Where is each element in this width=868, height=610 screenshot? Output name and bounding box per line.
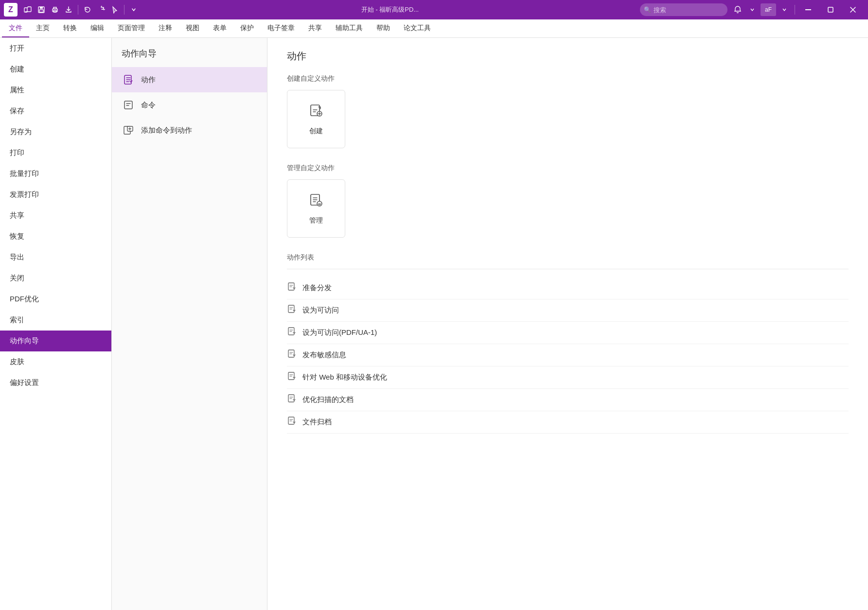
- create-card-label: 创建: [309, 127, 323, 136]
- redo-button[interactable]: [95, 3, 107, 16]
- menu-item-edit[interactable]: 编辑: [84, 19, 111, 37]
- menu-item-thesis[interactable]: 论文工具: [397, 19, 438, 37]
- sidebar-item-skin[interactable]: 皮肤: [0, 351, 111, 372]
- section-divider: [287, 269, 849, 269]
- search-wrap: 🔍: [640, 3, 727, 16]
- sidebar-item-export[interactable]: 导出: [0, 247, 111, 268]
- sidebar-item-create[interactable]: 创建: [0, 59, 111, 80]
- dropdown-arrow-button[interactable]: [127, 3, 140, 16]
- menu-item-annotate[interactable]: 注释: [152, 19, 179, 37]
- wizard-item-actions[interactable]: 动作: [112, 67, 267, 92]
- menu-item-form[interactable]: 表单: [206, 19, 233, 37]
- menu-item-help[interactable]: 帮助: [370, 19, 397, 37]
- titlebar: Z 开始 - 福昕高级PD... 🔍: [0, 0, 868, 19]
- sidebar-item-share[interactable]: 共享: [0, 205, 111, 226]
- manage-action-cards: 管理: [287, 179, 849, 238]
- sidebar-item-save-as[interactable]: 另存为: [0, 122, 111, 142]
- toolbar-tools: [21, 3, 140, 16]
- sidebar-item-save[interactable]: 保存: [0, 101, 111, 122]
- action-list-item-0[interactable]: 准备分发: [287, 277, 849, 299]
- action-list: 准备分发 设为可访问 设为可访问(PDF/UA-1): [287, 277, 849, 434]
- action-list-item-5[interactable]: 优化扫描的文档: [287, 389, 849, 411]
- action-list-icon-5: [287, 394, 297, 406]
- right-panel: 动作 创建自定义动作 创建: [267, 38, 868, 610]
- create-action-cards: 创建: [287, 90, 849, 148]
- print-button[interactable]: [49, 3, 61, 16]
- sidebar-item-preferences[interactable]: 偏好设置: [0, 372, 111, 393]
- logo-letter: Z: [8, 5, 13, 14]
- toolbar-divider-2: [124, 5, 124, 15]
- menu-item-home[interactable]: 主页: [29, 19, 56, 37]
- wizard-item-commands-label: 命令: [141, 101, 156, 110]
- sidebar-item-restore[interactable]: 恢复: [0, 226, 111, 247]
- save-button[interactable]: [35, 3, 48, 16]
- menu-item-accessibility[interactable]: 辅助工具: [329, 19, 370, 37]
- action-list-icon-6: [287, 416, 297, 428]
- menu-item-convert[interactable]: 转换: [56, 19, 84, 37]
- main-layout: 打开 创建 属性 保存 另存为 打印 批量打印 发票打印 共享 恢复 导出 关闭…: [0, 38, 868, 610]
- export-button[interactable]: [62, 3, 75, 16]
- close-button[interactable]: [842, 0, 864, 19]
- search-input[interactable]: [640, 3, 727, 16]
- create-card-icon: [308, 103, 324, 122]
- action-list-icon-2: [287, 327, 297, 339]
- action-list-item-3[interactable]: 发布敏感信息: [287, 344, 849, 366]
- create-action-card[interactable]: 创建: [287, 90, 345, 148]
- toolbar-divider-1: [78, 5, 78, 15]
- create-section-title: 创建自定义动作: [287, 74, 849, 83]
- sidebar-item-pdf-optimize[interactable]: PDF优化: [0, 289, 111, 310]
- right-panel-title: 动作: [287, 50, 849, 63]
- svg-rect-5: [53, 10, 56, 12]
- svg-rect-3: [39, 10, 43, 12]
- bell-button[interactable]: [731, 3, 744, 16]
- menu-item-file[interactable]: 文件: [2, 19, 29, 37]
- open-folder-button[interactable]: [21, 3, 34, 16]
- action-list-icon-1: [287, 304, 297, 316]
- manage-card-label: 管理: [309, 216, 323, 225]
- menu-item-view[interactable]: 视图: [179, 19, 206, 37]
- sidebar-item-action-wizard[interactable]: 动作向导: [0, 331, 111, 351]
- svg-rect-2: [40, 7, 43, 9]
- app-logo: Z: [4, 3, 18, 17]
- wizard-item-add-command[interactable]: 添加命令到动作: [112, 118, 267, 143]
- sidebar-item-index[interactable]: 索引: [0, 310, 111, 331]
- pointer-button[interactable]: [108, 3, 121, 16]
- middle-panel: 动作向导 动作: [112, 38, 267, 610]
- minimize-button[interactable]: [797, 0, 819, 19]
- manage-section-title: 管理自定义动作: [287, 164, 849, 173]
- menu-item-protect[interactable]: 保护: [233, 19, 261, 37]
- undo-button[interactable]: [81, 3, 94, 16]
- action-list-item-6[interactable]: 文件归档: [287, 411, 849, 434]
- action-list-item-1[interactable]: 设为可访问: [287, 299, 849, 322]
- action-list-icon-4: [287, 371, 297, 383]
- wizard-title: 动作向导: [112, 48, 267, 67]
- action-list-icon-3: [287, 349, 297, 361]
- sidebar-item-open[interactable]: 打开: [0, 38, 111, 59]
- sidebar-item-invoice-print[interactable]: 发票打印: [0, 184, 111, 205]
- svg-point-16: [319, 203, 320, 204]
- wizard-add-command-icon: [122, 123, 135, 137]
- sidebar-item-print[interactable]: 打印: [0, 142, 111, 163]
- sidebar-item-close[interactable]: 关闭: [0, 268, 111, 289]
- wizard-item-commands[interactable]: 命令: [112, 92, 267, 118]
- wizard-item-add-command-label: 添加命令到动作: [141, 126, 192, 135]
- user-avatar-button[interactable]: aF: [761, 3, 776, 16]
- action-list-item-2[interactable]: 设为可访问(PDF/UA-1): [287, 322, 849, 344]
- maximize-button[interactable]: [819, 0, 842, 19]
- titlebar-right: aF: [731, 3, 797, 16]
- svg-rect-6: [805, 9, 811, 10]
- titlebar-right-divider: [795, 5, 795, 15]
- svg-rect-9: [124, 101, 132, 109]
- menu-item-share[interactable]: 共享: [301, 19, 329, 37]
- manage-action-card[interactable]: 管理: [287, 179, 345, 238]
- menubar: 文件 主页 转换 编辑 页面管理 注释 视图 表单 保护 电子签章 共享 辅助工…: [0, 19, 868, 38]
- sidebar-item-properties[interactable]: 属性: [0, 80, 111, 101]
- user-dropdown-button[interactable]: [778, 3, 791, 16]
- action-list-item-4[interactable]: 针对 Web 和移动设备优化: [287, 366, 849, 389]
- menu-item-esign[interactable]: 电子签章: [261, 19, 301, 37]
- menu-item-page-manage[interactable]: 页面管理: [111, 19, 152, 37]
- list-section-title: 动作列表: [287, 253, 849, 262]
- bell-dropdown-button[interactable]: [746, 3, 759, 16]
- sidebar-item-batch-print[interactable]: 批量打印: [0, 163, 111, 184]
- content-area: 动作向导 动作: [112, 38, 868, 610]
